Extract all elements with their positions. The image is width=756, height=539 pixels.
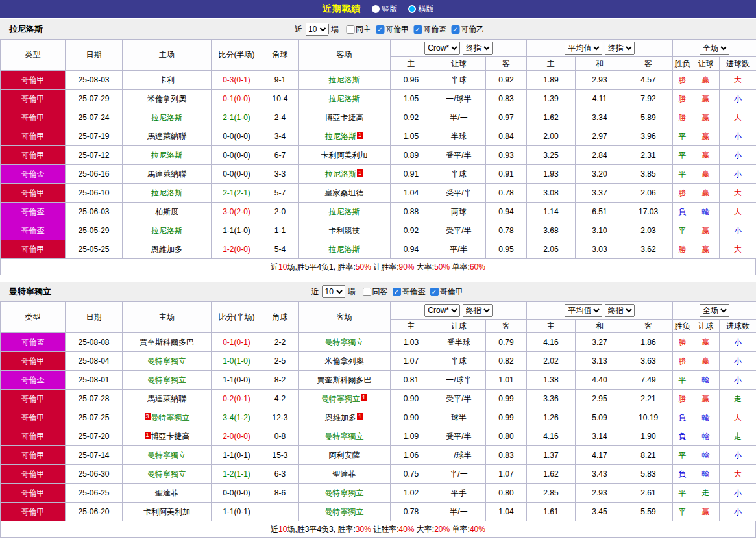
away-team-name[interactable]: 卡利阿美利加: [321, 151, 368, 160]
home-team-name[interactable]: 拉尼洛斯: [151, 113, 182, 122]
home-team-name[interactable]: 拉尼洛斯: [151, 151, 182, 160]
summary-segment: 让胜率:: [371, 525, 399, 534]
away-team-cell: 恩維加多1: [299, 408, 391, 427]
filter-checkbox[interactable]: 同客: [363, 286, 388, 297]
home-team-name[interactable]: 博亞卡捷高: [151, 432, 190, 441]
home-team-name[interactable]: 馬達萊納聯: [147, 169, 186, 179]
league-badge: 哥倫甲: [1, 446, 66, 465]
home-team-name[interactable]: 馬達萊納聯: [147, 132, 186, 141]
handicap-odds-time-select[interactable]: 终指: [463, 42, 493, 55]
avg-odds-draw: 2.93: [576, 71, 624, 90]
home-team-name[interactable]: 卡利阿美利加: [143, 507, 190, 516]
match-date: 25-06-20: [66, 503, 123, 521]
home-team-name[interactable]: 曼特寧獨立: [147, 451, 186, 460]
home-team-cell: 3曼特寧獨立: [123, 408, 212, 427]
home-team-name[interactable]: 曼特寧獨立: [147, 375, 186, 384]
home-team-name[interactable]: 賈奎斯科爾多巴: [140, 338, 194, 347]
corner-score: 5-7: [262, 184, 299, 203]
avg-odds-away: 3.62: [624, 240, 673, 259]
app: { "topbar": { "title": "近期戰績", "radios":…: [0, 0, 756, 538]
home-team-name[interactable]: 曼特寧獨立: [147, 470, 186, 479]
corner-score: 8-6: [262, 484, 299, 503]
away-team-name[interactable]: 阿利安薩: [329, 451, 360, 460]
checkbox-label: 哥倫盃: [402, 286, 426, 297]
radio-label: 橫版: [419, 4, 434, 15]
match-date: 25-05-29: [66, 221, 123, 240]
checkbox-checked-icon: ✓: [376, 25, 384, 34]
corner-score: 4-2: [262, 390, 299, 408]
col-avg-draw: 和: [576, 57, 624, 71]
home-team-name[interactable]: 柏斯度: [155, 207, 178, 216]
away-team-name[interactable]: 聖達菲: [333, 470, 356, 479]
league-filter-checkboxes: 同客✓哥倫盃✓哥倫甲: [358, 286, 463, 297]
away-team-name[interactable]: 曼特寧獨立: [325, 338, 364, 347]
corner-score: 1-1: [262, 221, 299, 240]
away-team-name[interactable]: 拉尼洛斯: [329, 207, 360, 216]
result-goals: 走: [720, 390, 756, 408]
filter-checkbox[interactable]: ✓哥倫盃: [393, 286, 426, 297]
away-team-name[interactable]: 皇家桑坦德: [325, 188, 364, 197]
home-team-name[interactable]: 聖達菲: [155, 488, 178, 497]
col-odds-away: 客: [486, 320, 527, 333]
recent-games-select[interactable]: 10: [322, 285, 345, 298]
avg-odds-draw: 2.95: [576, 390, 624, 408]
home-team-name[interactable]: 卡利: [159, 75, 175, 84]
filter-checkbox[interactable]: 同主: [346, 24, 371, 35]
league-badge: 哥倫甲: [1, 465, 66, 484]
home-team-name[interactable]: 米倫拿列奧: [147, 94, 186, 103]
match-row: 哥倫甲25-06-30曼特寧獨立1-2(1-1)6-3聖達菲0.75半/一1.0…: [1, 465, 756, 484]
period-select[interactable]: 全场: [700, 42, 729, 55]
handicap-line: 半球: [432, 165, 486, 184]
checkbox-label: 哥倫甲: [440, 286, 463, 297]
avg-odds-home: 1.38: [527, 371, 576, 390]
filter-checkbox[interactable]: ✓哥倫盃: [413, 24, 446, 35]
away-team-name[interactable]: 曼特寧獨立: [325, 507, 364, 516]
away-team-name[interactable]: 恩維加多: [325, 413, 356, 422]
handicap-line: 受平/半: [432, 221, 486, 240]
away-team-name[interactable]: 拉尼洛斯: [329, 94, 360, 103]
away-team-name[interactable]: 拉尼洛斯: [325, 132, 356, 141]
filter-checkbox[interactable]: ✓哥倫甲: [430, 286, 463, 297]
avg-select[interactable]: 平均值: [565, 42, 602, 55]
filter-checkbox[interactable]: ✓哥倫乙: [451, 24, 484, 35]
avg-odds-time-select[interactable]: 终指: [605, 304, 635, 317]
result-handicap: 赢: [692, 390, 720, 408]
handicap-odds-time-select[interactable]: 终指: [463, 304, 493, 317]
league-badge: 哥倫甲: [1, 484, 66, 503]
period-select[interactable]: 全场: [700, 304, 729, 317]
result-handicap: 赢: [692, 240, 720, 259]
result-outcome: 平: [673, 146, 692, 165]
match-score: 1-2(1-1): [212, 465, 262, 484]
handicap-odds-away: 1.01: [486, 371, 527, 390]
away-team-name[interactable]: 拉尼洛斯: [329, 75, 360, 84]
away-team-name[interactable]: 卡利競技: [329, 226, 360, 235]
handicap-line: 半球: [432, 352, 486, 371]
away-team-name[interactable]: 曼特寧獨立: [321, 394, 360, 403]
away-team-name[interactable]: 賈奎斯科爾多巴: [317, 375, 372, 384]
radio-vertical-layout[interactable]: 豎版: [372, 4, 398, 15]
home-team-name[interactable]: 恩維加多: [151, 245, 182, 254]
handicap-line: 半/一: [432, 465, 486, 484]
home-team-name[interactable]: 拉尼洛斯: [151, 188, 182, 197]
recent-games-select[interactable]: 10: [305, 23, 328, 36]
match-row: 哥倫盃25-08-01曼特寧獨立1-1(0-0)8-2賈奎斯科爾多巴0.81一/…: [1, 371, 756, 390]
away-team-name[interactable]: 米倫拿列奧: [325, 357, 364, 366]
avg-odds-draw: 3.03: [576, 240, 624, 259]
avg-odds-time-select[interactable]: 终指: [605, 42, 635, 55]
avg-select[interactable]: 平均值: [565, 304, 602, 317]
bookmaker-select[interactable]: Crow*: [424, 304, 460, 317]
home-team-name[interactable]: 曼特寧獨立: [151, 413, 190, 422]
radio-horizontal-layout[interactable]: 橫版: [408, 4, 434, 15]
away-team-name[interactable]: 曼特寧獨立: [325, 488, 364, 497]
away-team-name[interactable]: 拉尼洛斯: [329, 245, 360, 254]
bookmaker-select[interactable]: Crow*: [424, 42, 460, 55]
result-outcome: 負: [673, 465, 692, 484]
away-team-name[interactable]: 博亞卡捷高: [325, 113, 364, 122]
home-team-name[interactable]: 馬達萊納聯: [147, 394, 186, 403]
away-team-name[interactable]: 曼特寧獨立: [325, 432, 364, 441]
filter-checkbox[interactable]: ✓哥倫甲: [376, 24, 409, 35]
red-card-badge: 1: [145, 432, 151, 439]
home-team-name[interactable]: 拉尼洛斯: [151, 226, 182, 235]
home-team-name[interactable]: 曼特寧獨立: [147, 357, 186, 366]
away-team-name[interactable]: 拉尼洛斯: [325, 169, 356, 179]
